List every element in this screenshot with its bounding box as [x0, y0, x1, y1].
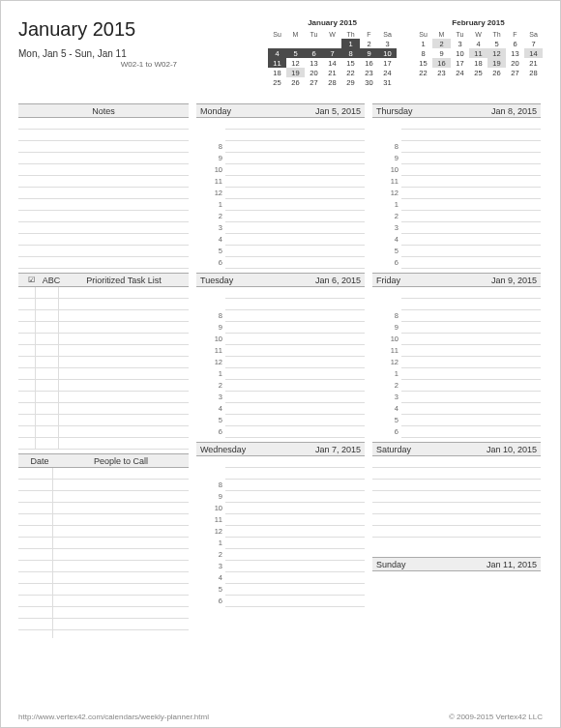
- day-date: Jan 9, 2015: [491, 276, 537, 285]
- day-date: Jan 7, 2015: [315, 445, 361, 454]
- abc-label: ABC: [40, 276, 63, 285]
- day-name: Saturday: [376, 445, 411, 454]
- mini-calendar-february: February 2015 SuMTuWThFSa123456789101112…: [414, 18, 543, 98]
- day-header: FridayJan 9, 2015: [372, 273, 541, 287]
- day-header: TuesdayJan 6, 2015: [196, 273, 365, 287]
- date-label: Date: [22, 456, 57, 466]
- day-date: Jan 6, 2015: [315, 276, 361, 285]
- week-numbers: W02-1 to W02-7: [18, 60, 187, 69]
- day-name: Monday: [200, 106, 231, 116]
- day-header: SundayJan 11, 2015: [372, 557, 541, 571]
- people-label: People to Call: [57, 456, 185, 466]
- checkbox-icon: ☑: [22, 276, 40, 284]
- day-thursday: ThursdayJan 8, 201589101112123456: [372, 103, 541, 269]
- day-header: ThursdayJan 8, 2015: [372, 103, 541, 118]
- notes-body[interactable]: [18, 118, 189, 269]
- people-header: Date People to Call: [18, 453, 189, 468]
- tasks-body[interactable]: [18, 287, 189, 450]
- title-block: January 2015 Mon, Jan 5 - Sun, Jan 11 W0…: [18, 18, 187, 98]
- mini-cal-title: January 2015: [268, 18, 397, 27]
- day-date: Jan 10, 2015: [487, 445, 537, 454]
- day-saturday: SaturdayJan 10, 2015: [372, 442, 541, 538]
- mini-calendar-january: January 2015 SuMTuWThFSa1234567891011121…: [268, 18, 397, 98]
- day-date: Jan 8, 2015: [491, 106, 537, 116]
- tasks-section: ☑ ABC Prioritized Task List: [18, 273, 189, 450]
- mini-cal-title: February 2015: [414, 18, 543, 27]
- footer-copyright: © 2009-2015 Vertex42 LLC: [449, 713, 543, 721]
- day-sunday: SundayJan 11, 2015: [372, 557, 541, 571]
- day-date: Jan 11, 2015: [487, 560, 537, 569]
- day-friday: FridayJan 9, 201589101112123456: [372, 273, 541, 438]
- day-monday: MondayJan 5, 201589101112123456: [196, 103, 365, 269]
- footer-url: http://www.vertex42.com/calendars/weekly…: [18, 713, 209, 721]
- saturday-body[interactable]: [372, 456, 541, 538]
- day-wednesday: WednesdayJan 7, 201589101112123456: [196, 442, 365, 607]
- notes-section: Notes: [18, 103, 189, 269]
- day-name: Sunday: [376, 560, 406, 569]
- date-range: Mon, Jan 5 - Sun, Jan 11: [18, 48, 187, 59]
- page-title: January 2015: [18, 18, 187, 41]
- day-name: Tuesday: [200, 276, 233, 285]
- day-date: Jan 5, 2015: [315, 106, 361, 116]
- people-body[interactable]: [18, 468, 189, 638]
- day-header: SaturdayJan 10, 2015: [372, 442, 541, 456]
- tasks-label: Prioritized Task List: [63, 276, 185, 285]
- tasks-header: ☑ ABC Prioritized Task List: [18, 273, 189, 287]
- day-header: MondayJan 5, 2015: [196, 103, 365, 118]
- day-name: Wednesday: [200, 445, 246, 454]
- notes-header: Notes: [18, 103, 189, 118]
- day-header: WednesdayJan 7, 2015: [196, 442, 365, 456]
- people-section: Date People to Call: [18, 453, 189, 638]
- day-name: Friday: [376, 276, 400, 285]
- day-tuesday: TuesdayJan 6, 201589101112123456: [196, 273, 365, 438]
- day-name: Thursday: [376, 106, 413, 116]
